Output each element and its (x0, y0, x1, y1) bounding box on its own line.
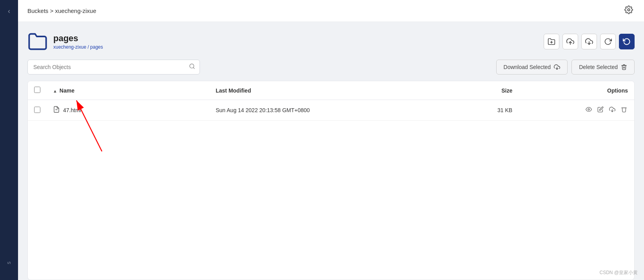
row-options-cell (519, 100, 634, 121)
folder-path: xuecheng-zixue / pages (53, 44, 103, 50)
search-input[interactable] (27, 60, 200, 75)
header-right (623, 4, 635, 18)
toolbar: Download Selected Delete Selected (27, 60, 635, 75)
folder-name: pages (53, 33, 103, 44)
table-container: ▲ Name Last Modified Size Options (27, 81, 635, 280)
table-area: ▲ Name Last Modified Size Options (27, 81, 635, 280)
row-filename: 47.html (63, 107, 81, 113)
th-size: Size (454, 81, 519, 100)
create-folder-button[interactable] (544, 34, 559, 49)
reload-button[interactable] (619, 34, 635, 49)
objects-table: ▲ Name Last Modified Size Options (28, 81, 634, 121)
table-header-row: ▲ Name Last Modified Size Options (28, 81, 634, 100)
watermark: CSDN @皇家小黄 (599, 269, 638, 276)
file-icon (53, 106, 60, 115)
content-area: pages xuecheng-zixue / pages (18, 22, 644, 280)
delete-selected-button[interactable]: Delete Selected (571, 60, 635, 75)
upload-button[interactable] (562, 34, 578, 49)
folder-icon (27, 31, 48, 52)
table-row: 47.html Sun Aug 14 2022 20:13:58 GMT+080… (28, 100, 634, 121)
th-name: ▲ Name (47, 81, 209, 100)
sidebar: ‹ S (0, 0, 18, 280)
th-options: Options (519, 81, 634, 100)
settings-button[interactable] (623, 4, 635, 18)
refresh-empty-button[interactable] (600, 34, 616, 49)
download-selected-label: Download Selected (504, 64, 551, 70)
sort-arrow-icon: ▲ (53, 89, 57, 93)
breadcrumb: Buckets > xuecheng-zixue (27, 7, 96, 14)
select-all-checkbox[interactable] (34, 87, 40, 93)
folder-header: pages xuecheng-zixue / pages (27, 31, 635, 52)
folder-info: pages xuecheng-zixue / pages (27, 31, 103, 52)
download-selected-button[interactable]: Download Selected (496, 60, 568, 75)
sidebar-label: S (7, 261, 11, 264)
action-buttons: Download Selected Delete Selected (496, 60, 635, 75)
search-wrap (27, 60, 200, 75)
th-checkbox (28, 81, 47, 100)
table-body: 47.html Sun Aug 14 2022 20:13:58 GMT+080… (28, 100, 634, 121)
header-bar: Buckets > xuecheng-zixue (18, 0, 644, 22)
download-box-button[interactable] (581, 34, 597, 49)
folder-actions (544, 34, 635, 49)
delete-selected-icon (621, 64, 627, 70)
row-edit-button[interactable] (597, 105, 604, 115)
main-content: Buckets > xuecheng-zixue pages (18, 0, 644, 280)
th-name-label: Name (60, 87, 74, 94)
row-checkbox[interactable] (34, 107, 40, 113)
row-preview-button[interactable] (585, 105, 593, 115)
row-name-cell: 47.html (47, 100, 209, 121)
sidebar-collapse-button[interactable]: ‹ (5, 4, 13, 18)
folder-title-group: pages xuecheng-zixue / pages (53, 33, 103, 50)
svg-point-0 (628, 9, 630, 11)
row-checkbox-cell (28, 100, 47, 121)
row-delete-button[interactable] (620, 105, 628, 115)
row-modified-cell: Sun Aug 14 2022 20:13:58 GMT+0800 (209, 100, 454, 121)
svg-point-9 (588, 109, 590, 110)
row-size-cell: 31 KB (454, 100, 519, 121)
th-last-modified: Last Modified (209, 81, 454, 100)
row-download-button[interactable] (608, 105, 616, 115)
delete-selected-label: Delete Selected (579, 64, 618, 70)
download-selected-icon (554, 64, 560, 70)
